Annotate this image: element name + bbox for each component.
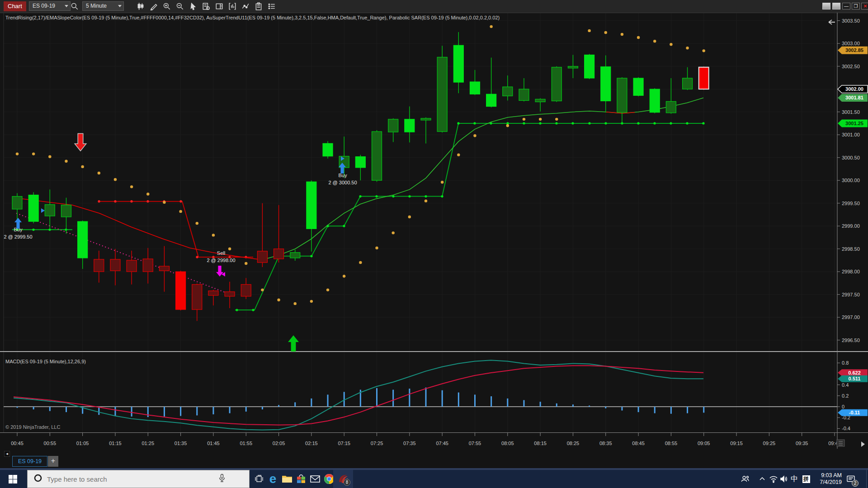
chevron-down-icon <box>65 5 68 7</box>
close-button[interactable]: ✕ <box>861 3 868 9</box>
cortana-ring-icon <box>33 474 42 484</box>
svg-text:3001.81: 3001.81 <box>845 95 863 100</box>
chart-trader-icon[interactable] <box>213 1 225 12</box>
start-button[interactable] <box>0 470 25 488</box>
svg-text:01:35: 01:35 <box>175 441 187 446</box>
svg-text:-0.4: -0.4 <box>842 426 850 431</box>
svg-text:01:55: 01:55 <box>240 441 252 446</box>
wifi-icon[interactable] <box>768 470 779 488</box>
svg-text:2999.50: 2999.50 <box>842 201 860 206</box>
svg-text:0.2: 0.2 <box>842 393 849 399</box>
svg-text:00:45: 00:45 <box>11 441 24 446</box>
svg-text:0.4: 0.4 <box>842 382 849 388</box>
tab-es-09-19[interactable]: ES 09-19 <box>12 456 47 467</box>
microphone-icon[interactable] <box>218 474 226 484</box>
minimize-button[interactable]: — <box>842 3 850 9</box>
svg-text:Sell: Sell <box>217 250 225 256</box>
chart-canvas[interactable]: 3003.503003.003002.503002.003001.503001.… <box>0 0 868 488</box>
chart-style-icon[interactable] <box>135 1 146 12</box>
svg-text:2997.50: 2997.50 <box>842 292 860 297</box>
svg-text:3001.25: 3001.25 <box>845 121 863 126</box>
svg-text:07:15: 07:15 <box>338 441 350 446</box>
svg-text:07:25: 07:25 <box>371 441 383 446</box>
add-tab-button[interactable]: + <box>48 456 58 467</box>
ime-chinese-indicator[interactable]: 中 <box>789 470 799 488</box>
svg-text:2998.50: 2998.50 <box>842 246 860 252</box>
taskbar-clock[interactable]: 9:03 AM 7/4/2019 <box>812 472 842 486</box>
svg-text:3003.50: 3003.50 <box>842 18 860 23</box>
zoom-in-icon[interactable] <box>161 1 172 12</box>
svg-text:07:35: 07:35 <box>403 441 416 446</box>
search-input[interactable] <box>47 475 214 483</box>
svg-text:01:25: 01:25 <box>142 441 155 446</box>
toolbar-extra-button-2[interactable] <box>832 3 840 9</box>
properties-icon[interactable] <box>266 1 277 12</box>
svg-text:2997.00: 2997.00 <box>842 314 860 320</box>
svg-text:3002.50: 3002.50 <box>842 64 860 69</box>
svg-text:2999.00: 2999.00 <box>842 223 860 229</box>
svg-text:0.622: 0.622 <box>848 370 861 375</box>
edge-icon[interactable]: e <box>266 470 280 488</box>
svg-text:07:55: 07:55 <box>469 441 481 446</box>
tab-scroll-left-button[interactable]: ◄ <box>4 451 10 457</box>
taskbar-search[interactable] <box>27 470 250 488</box>
svg-text:01:05: 01:05 <box>76 441 89 446</box>
svg-text:08:45: 08:45 <box>632 441 645 446</box>
svg-text:08:55: 08:55 <box>665 441 678 446</box>
svg-text:07:45: 07:45 <box>436 441 448 446</box>
restore-button[interactable]: ❐ <box>852 3 860 9</box>
indicator-label: TrendRising(2,17)/EMASlopeColor(ES 09-19… <box>5 15 500 20</box>
svg-text:2996.50: 2996.50 <box>842 338 860 343</box>
zoom-out-icon[interactable] <box>174 1 185 12</box>
toolbar-extra-button-1[interactable] <box>822 3 830 9</box>
svg-text:0.511: 0.511 <box>849 376 861 381</box>
tray-people-icon[interactable] <box>740 470 750 488</box>
svg-text:3002.85: 3002.85 <box>845 47 863 53</box>
ninjatrader-icon[interactable] <box>333 470 353 488</box>
svg-text:09:15: 09:15 <box>730 441 743 446</box>
svg-text:3003.00: 3003.00 <box>842 41 860 46</box>
ime-pinyin-indicator[interactable]: 拼 <box>801 470 811 488</box>
svg-text:3001.00: 3001.00 <box>842 132 860 137</box>
strategies-icon[interactable] <box>253 1 264 12</box>
svg-text:08:25: 08:25 <box>567 441 580 446</box>
svg-text:09:25: 09:25 <box>763 441 776 446</box>
tray-chevron-up-icon[interactable] <box>757 470 768 488</box>
copyright-text: © 2019 NinjaTrader, LLC <box>5 424 60 430</box>
svg-text:08:15: 08:15 <box>534 441 547 446</box>
svg-text:3002.00: 3002.00 <box>845 86 863 92</box>
svg-text:08:05: 08:05 <box>501 441 514 446</box>
volume-icon[interactable] <box>778 470 789 488</box>
svg-text:08:35: 08:35 <box>599 441 612 446</box>
svg-text:2 @ 3000.50: 2 @ 3000.50 <box>328 180 357 185</box>
indicators-icon[interactable] <box>226 1 238 12</box>
task-view-icon[interactable] <box>252 470 266 488</box>
drawing-pencil-icon[interactable] <box>148 1 159 12</box>
data-series-icon[interactable] <box>200 1 212 12</box>
instrument-search-icon[interactable] <box>69 1 80 12</box>
svg-text:02:05: 02:05 <box>273 441 285 446</box>
drawing-tools-icon[interactable] <box>240 1 251 12</box>
mail-icon[interactable] <box>308 470 322 488</box>
clock-date: 7/4/2019 <box>812 479 842 486</box>
notification-badge: 2 <box>852 480 859 487</box>
store-icon[interactable] <box>294 470 308 488</box>
macd-panel-label: MACD(ES 09-19 (5 Minute),12,26,9) <box>5 359 86 364</box>
interval-dropdown[interactable]: 5 Minute <box>82 1 124 11</box>
svg-text:0: 0 <box>842 404 844 409</box>
svg-text:09:05: 09:05 <box>698 441 710 446</box>
cursor-icon[interactable] <box>187 1 198 12</box>
svg-text:2 @ 2998.00: 2 @ 2998.00 <box>207 258 235 263</box>
instrument-dropdown[interactable]: ES 09-19 <box>29 1 71 11</box>
file-explorer-icon[interactable] <box>280 470 294 488</box>
svg-text:01:45: 01:45 <box>207 441 220 446</box>
instrument-value: ES 09-19 <box>33 2 55 10</box>
svg-text:00:55: 00:55 <box>44 441 57 446</box>
show-desktop-button[interactable] <box>866 470 868 488</box>
svg-text:3000.50: 3000.50 <box>842 155 860 160</box>
svg-text:2998.00: 2998.00 <box>842 269 860 274</box>
svg-text:-0.11: -0.11 <box>849 410 860 415</box>
svg-text:3000.00: 3000.00 <box>842 178 860 183</box>
svg-text:2 @ 2999.50: 2 @ 2999.50 <box>4 234 32 239</box>
svg-text:0.8: 0.8 <box>842 360 849 366</box>
